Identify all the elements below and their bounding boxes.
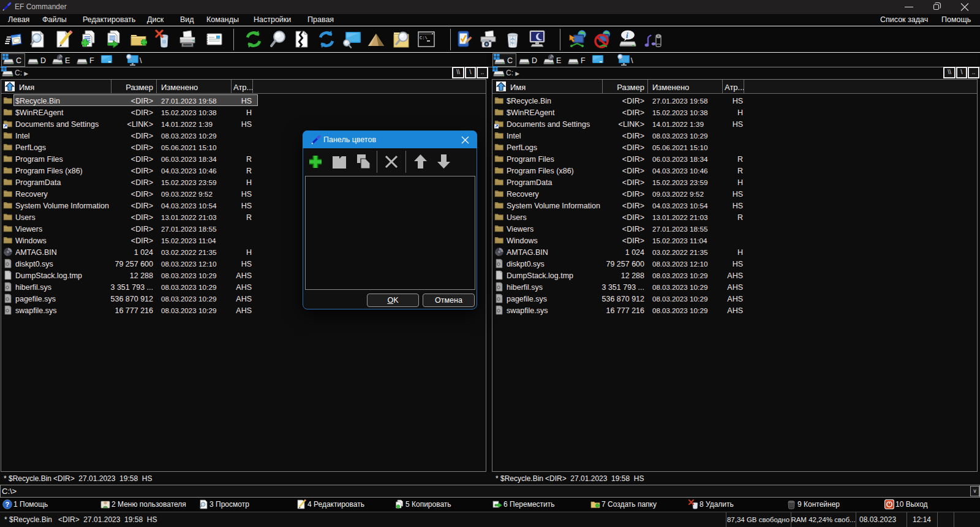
svg-text:i: i	[626, 31, 628, 40]
svg-text:C:\: C:\	[420, 36, 428, 40]
svg-text:?: ?	[6, 501, 10, 508]
